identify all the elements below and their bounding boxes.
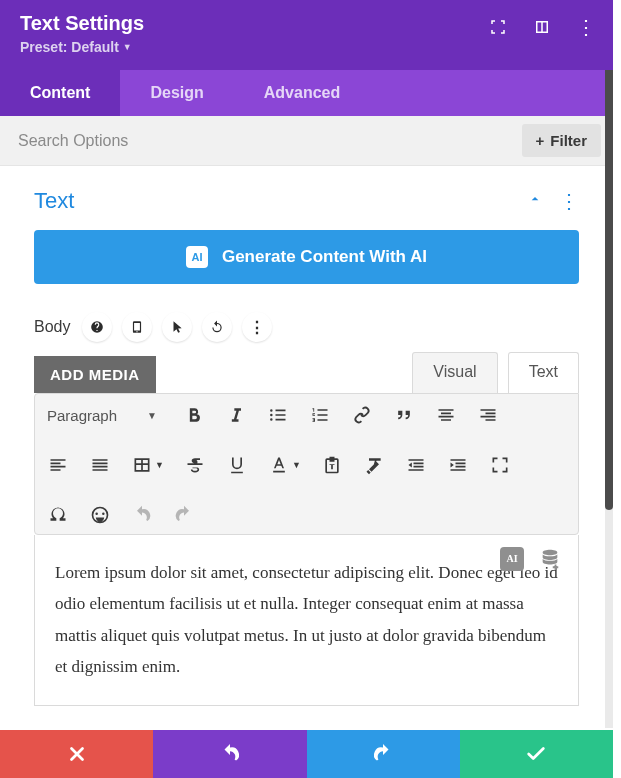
- fullscreen-icon[interactable]: [489, 18, 507, 36]
- database-add-icon[interactable]: [538, 547, 562, 571]
- plus-icon: +: [536, 132, 545, 149]
- scrollbar-thumb[interactable]: [605, 0, 613, 510]
- underline-icon[interactable]: [226, 454, 248, 476]
- bullet-list-icon[interactable]: [267, 404, 289, 426]
- bold-icon[interactable]: [183, 404, 205, 426]
- body-more-icon[interactable]: ⋮: [242, 312, 272, 342]
- special-char-icon[interactable]: [47, 504, 69, 526]
- body-label: Body: [34, 318, 70, 336]
- filter-button[interactable]: + Filter: [522, 124, 601, 157]
- emoji-icon[interactable]: [89, 504, 111, 526]
- generate-ai-button[interactable]: AI Generate Content With AI: [34, 230, 579, 284]
- scrollbar-track[interactable]: [605, 0, 613, 728]
- ai-icon: AI: [186, 246, 208, 268]
- redo-button[interactable]: [307, 730, 460, 778]
- align-left-icon[interactable]: [47, 454, 69, 476]
- search-row: + Filter: [0, 116, 613, 166]
- text-color-icon: [268, 454, 290, 476]
- editor-tab-visual[interactable]: Visual: [412, 352, 497, 393]
- ai-button-label: Generate Content With AI: [222, 247, 427, 267]
- paragraph-label: Paragraph: [47, 407, 117, 424]
- redo-icon[interactable]: [173, 504, 195, 526]
- text-color-dropdown[interactable]: ▼: [268, 454, 301, 476]
- table-icon: [131, 454, 153, 476]
- phone-icon[interactable]: [122, 312, 152, 342]
- ai-badge-icon[interactable]: AI: [500, 547, 524, 571]
- expand-icon[interactable]: [489, 454, 511, 476]
- section-title: Text: [34, 188, 527, 214]
- add-media-button[interactable]: ADD MEDIA: [34, 356, 156, 393]
- tab-content[interactable]: Content: [0, 70, 120, 116]
- italic-icon[interactable]: [225, 404, 247, 426]
- cancel-button[interactable]: [0, 730, 153, 778]
- undo-button[interactable]: [153, 730, 306, 778]
- footer-actions: [0, 730, 613, 778]
- text-section: Text ⋮ AI Generate Content With AI Body …: [0, 166, 613, 706]
- triangle-down-icon: ▼: [147, 410, 157, 421]
- table-dropdown[interactable]: ▼: [131, 454, 164, 476]
- chevron-down-icon: ▼: [123, 42, 132, 52]
- strikethrough-icon[interactable]: [184, 454, 206, 476]
- editor-toolbar: Paragraph ▼ ▼ ▼: [34, 393, 579, 535]
- cursor-icon[interactable]: [162, 312, 192, 342]
- section-more-icon[interactable]: ⋮: [559, 189, 579, 213]
- preset-label: Preset: Default: [20, 39, 119, 55]
- reset-icon[interactable]: [202, 312, 232, 342]
- quote-icon[interactable]: [393, 404, 415, 426]
- panel-header: Text Settings Preset: Default ▼ ⋮: [0, 0, 613, 70]
- tab-advanced[interactable]: Advanced: [234, 70, 370, 116]
- editor-body[interactable]: AI Lorem ipsum dolor sit amet, consectet…: [34, 535, 579, 706]
- help-icon[interactable]: [82, 312, 112, 342]
- editor-tab-text[interactable]: Text: [508, 352, 579, 393]
- paragraph-select[interactable]: Paragraph ▼: [47, 407, 163, 424]
- content-text: Lorem ipsum dolor sit amet, consectetur …: [55, 557, 558, 683]
- more-menu-icon[interactable]: ⋮: [577, 18, 595, 36]
- link-icon[interactable]: [351, 404, 373, 426]
- collapse-icon[interactable]: [527, 191, 543, 212]
- align-right-icon[interactable]: [477, 404, 499, 426]
- triangle-down-icon: ▼: [155, 460, 164, 470]
- numbered-list-icon[interactable]: [309, 404, 331, 426]
- justify-icon[interactable]: [89, 454, 111, 476]
- indent-icon[interactable]: [447, 454, 469, 476]
- filter-label: Filter: [550, 132, 587, 149]
- split-view-icon[interactable]: [533, 18, 551, 36]
- triangle-down-icon: ▼: [292, 460, 301, 470]
- preset-dropdown[interactable]: Preset: Default ▼: [20, 39, 132, 55]
- tab-design[interactable]: Design: [120, 70, 233, 116]
- outdent-icon[interactable]: [405, 454, 427, 476]
- body-row: Body ⋮: [34, 312, 579, 342]
- main-tabs: Content Design Advanced: [0, 70, 613, 116]
- align-center-icon[interactable]: [435, 404, 457, 426]
- save-button[interactable]: [460, 730, 613, 778]
- undo-icon[interactable]: [131, 504, 153, 526]
- paste-text-icon[interactable]: [321, 454, 343, 476]
- search-input[interactable]: [0, 118, 522, 164]
- clear-format-icon[interactable]: [363, 454, 385, 476]
